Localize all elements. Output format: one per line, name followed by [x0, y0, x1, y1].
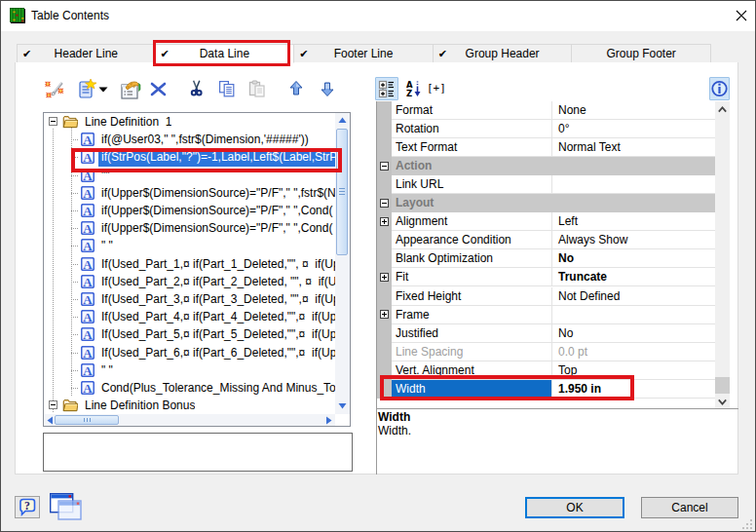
property-row-link-url[interactable]: Link URL	[392, 175, 715, 194]
property-label: Line Spacing	[392, 343, 552, 361]
formula-preview-box	[43, 433, 353, 472]
property-value[interactable]: None	[553, 101, 715, 119]
tree-item-label: If(Used_Part_5,¤ if(Part_5_Deleted,"",¤ …	[101, 325, 335, 343]
tab-group-footer[interactable]: Group Footer	[571, 44, 711, 63]
tree-line	[71, 388, 79, 389]
property-value[interactable]: 0°	[553, 120, 715, 137]
property-row-layout[interactable]: Layout	[392, 194, 715, 212]
property-value[interactable]: Not Defined	[553, 287, 715, 305]
property-row-fixed-height[interactable]: Fixed HeightNot Defined	[392, 287, 715, 306]
tree-item-row[interactable]: AIf(Used_Part_4,¤ if(Part_4_Deleted,"",¤…	[44, 308, 335, 325]
move-up-icon[interactable]	[289, 81, 303, 95]
expand-icon[interactable]	[380, 310, 389, 319]
tree-item-row[interactable]: A" "	[44, 237, 335, 254]
property-value[interactable]: Truncate	[553, 268, 715, 285]
annotation-width-row	[380, 375, 634, 400]
tree-item-row[interactable]: AIf(Used_Part_6,¤ if(Part_6_Deleted,"",¤…	[44, 344, 335, 361]
tab-group-header[interactable]: ✔Group Header	[433, 44, 573, 63]
info-button[interactable]	[709, 77, 730, 100]
property-value[interactable]	[553, 175, 715, 193]
tree-line	[71, 139, 79, 140]
svg-text:A: A	[83, 346, 93, 360]
property-row-fit[interactable]: FitTruncate	[392, 268, 715, 286]
tree-item-row[interactable]: A" "	[44, 361, 335, 379]
collapse-icon[interactable]	[380, 162, 389, 171]
collapse-icon[interactable]	[49, 400, 57, 409]
delete-icon[interactable]	[149, 80, 169, 99]
property-row-rotation[interactable]: Rotation0°	[392, 120, 715, 138]
tree-folder-row[interactable]: Line Definition Bonus	[44, 397, 335, 414]
property-value[interactable]: Left	[553, 212, 715, 230]
tree-item-label: If(Used_Part_3,¤ if(Part_3_Deleted, "",¤…	[101, 290, 335, 308]
sort-az-icon[interactable]: A Z	[405, 80, 422, 97]
categorized-view-button[interactable]	[375, 77, 398, 100]
grid-scrollbar-thumb[interactable]	[715, 377, 730, 394]
edit-wizard-icon[interactable]	[44, 79, 65, 98]
scroll-left-icon[interactable]	[47, 416, 54, 425]
property-grid[interactable]: FormatNoneRotation0°Text FormatNormal Te…	[377, 101, 715, 408]
property-value[interactable]: Normal Text	[553, 138, 715, 156]
tree-item-row[interactable]: Aif(Upper$(DimensionSource)="P/F"," ",Co…	[44, 219, 335, 237]
collapse-icon[interactable]	[380, 199, 389, 208]
scroll-up-icon[interactable]	[718, 106, 727, 113]
scroll-up-icon[interactable]	[338, 117, 347, 124]
tree-item-row[interactable]: Aif(@User03," ",fstr$(Dimension,'#####')…	[44, 131, 335, 148]
table-contents-dialog: Table Contents ✔Header Line✔Data Line✔Fo…	[0, 0, 756, 532]
tree-hscrollbar[interactable]	[44, 414, 335, 426]
tree-line	[71, 264, 79, 265]
property-value[interactable]: No	[553, 249, 715, 267]
copy-window-icon[interactable]	[50, 493, 82, 520]
tree-item-row[interactable]: AIf(Used_Part_3,¤ if(Part_3_Deleted, "",…	[44, 290, 335, 308]
text-field-icon: A	[81, 310, 94, 323]
property-row-text-format[interactable]: Text FormatNormal Text	[392, 138, 715, 157]
tree-item-label: if(@User03," ",fstr$(Dimension,'#####'))	[101, 131, 335, 148]
ok-button[interactable]: OK	[525, 497, 624, 518]
resize-grip[interactable]	[741, 518, 755, 532]
property-value[interactable]: Always Show	[553, 231, 715, 248]
property-row-appearance-condition[interactable]: Appearance ConditionAlways Show	[392, 231, 715, 249]
collapse-icon[interactable]	[49, 117, 57, 126]
text-field-icon: A	[81, 346, 94, 360]
property-label: Fit	[392, 268, 552, 285]
grid-scrollbar[interactable]	[715, 101, 730, 408]
new-line-icon[interactable]	[78, 79, 97, 98]
cut-icon[interactable]	[188, 80, 206, 97]
text-field-icon: A	[81, 204, 94, 217]
scroll-down-icon[interactable]	[718, 399, 727, 405]
tree-hscrollbar-thumb[interactable]	[55, 415, 119, 425]
tree-item-row[interactable]: ACond(Plus_Tolerance_Missing And Minus_T…	[44, 379, 335, 397]
property-row-format[interactable]: FormatNone	[392, 101, 715, 120]
cancel-button[interactable]: Cancel	[641, 497, 738, 518]
property-value[interactable]: No	[553, 324, 715, 342]
tree-item-row[interactable]: AIf(Used_Part_2,¤ if(Part_2_Deleted, "",…	[44, 273, 335, 290]
tree-item-row[interactable]: Aif(Upper$(DimensionSource)="P/F"," ",Co…	[44, 202, 335, 219]
expand-all-button[interactable]: [+]	[427, 82, 446, 95]
scroll-right-icon[interactable]	[325, 416, 332, 425]
property-row-justified[interactable]: JustifiedNo	[392, 324, 715, 343]
tree-item-row[interactable]: AIf(Used_Part_5,¤ if(Part_5_Deleted,"",¤…	[44, 325, 335, 343]
close-button[interactable]	[727, 2, 755, 30]
tab-header-line[interactable]: ✔Header Line	[17, 44, 156, 63]
move-down-icon[interactable]	[321, 82, 334, 96]
tab-footer-line[interactable]: ✔Footer Line	[293, 44, 434, 63]
tree-item-row[interactable]: AIf(Used_Part_1,¤ if(Part_1_Deleted,"", …	[44, 255, 335, 273]
tree-item-label: If(Used_Part_1,¤ if(Part_1_Deleted,"", ¤…	[101, 255, 335, 273]
property-value[interactable]: 0.0 pt	[553, 343, 715, 361]
help-button[interactable]: ? ?	[15, 496, 40, 518]
property-value[interactable]	[553, 306, 715, 323]
property-row-alignment[interactable]: AlignmentLeft	[392, 212, 715, 231]
tree-line	[71, 210, 79, 211]
property-row-blank-optimization[interactable]: Blank OptimizationNo	[392, 249, 715, 268]
new-line-dropdown-icon[interactable]	[97, 86, 109, 94]
property-row-line-spacing[interactable]: Line Spacing0.0 pt	[392, 343, 715, 361]
property-row-action[interactable]: Action	[392, 157, 715, 175]
copy-icon[interactable]	[218, 80, 236, 97]
tree-folder-label: Line Definition Bonus	[85, 397, 195, 414]
property-row-frame[interactable]: Frame	[392, 306, 715, 324]
expand-icon[interactable]	[380, 273, 389, 282]
edit-properties-icon[interactable]	[120, 79, 141, 100]
tree-item-row[interactable]: Aif(Upper$(DimensionSource)="P/F"," ",fs…	[44, 184, 335, 202]
scroll-down-icon[interactable]	[338, 402, 347, 409]
expand-icon[interactable]	[380, 217, 389, 226]
tree-folder-row[interactable]: Line Definition 1	[44, 113, 335, 131]
